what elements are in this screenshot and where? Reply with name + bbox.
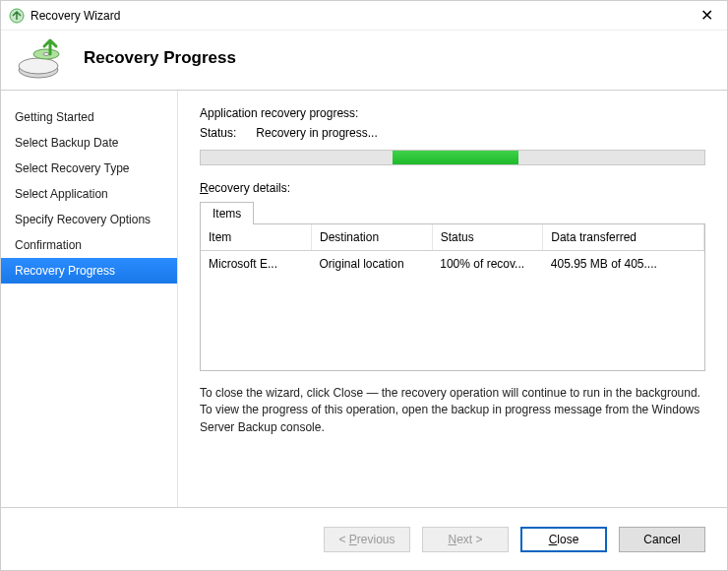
col-header-status[interactable]: Status — [432, 224, 543, 251]
progress-bar-thumb — [393, 151, 518, 164]
previous-button: < Previous — [324, 527, 410, 552]
sidebar-item-select-backup-date[interactable]: Select Backup Date — [1, 130, 177, 156]
wizard-footer: < Previous Next > Close Cancel — [1, 507, 727, 570]
table-row[interactable]: Microsoft E... Original location 100% of… — [201, 251, 704, 278]
cell-status: 100% of recov... — [432, 251, 543, 278]
wizard-header: Recovery Progress — [1, 31, 727, 90]
sidebar-item-select-application[interactable]: Select Application — [1, 181, 177, 207]
recovery-wizard-window: Recovery Wizard ✕ Recovery Progress Gett… — [0, 0, 728, 571]
sidebar-item-recovery-progress[interactable]: Recovery Progress — [1, 258, 177, 284]
col-header-destination[interactable]: Destination — [312, 224, 433, 251]
col-header-data-transferred[interactable]: Data transferred — [543, 224, 704, 251]
wizard-content: Application recovery progress: Status: R… — [178, 91, 727, 507]
close-button[interactable]: Close — [520, 527, 607, 552]
progress-label: Application recovery progress: — [200, 106, 705, 120]
window-title: Recovery Wizard — [30, 9, 694, 23]
cell-item: Microsoft E... — [201, 251, 312, 278]
details-tabstrip: Items — [200, 201, 705, 223]
close-icon[interactable]: ✕ — [694, 6, 719, 25]
wizard-steps-sidebar: Getting Started Select Backup Date Selec… — [1, 91, 178, 507]
svg-point-4 — [43, 53, 49, 56]
recovery-details-label: Recovery details: — [200, 181, 705, 195]
wizard-body: Getting Started Select Backup Date Selec… — [1, 91, 727, 507]
cell-destination: Original location — [312, 251, 433, 278]
svg-point-2 — [19, 58, 58, 74]
titlebar: Recovery Wizard ✕ — [1, 1, 727, 31]
status-label: Status: — [200, 126, 236, 140]
cell-data-transferred: 405.95 MB of 405.... — [543, 251, 704, 278]
cancel-button[interactable]: Cancel — [619, 527, 705, 552]
recovery-wizard-icon — [9, 8, 25, 24]
sidebar-item-specify-recovery-options[interactable]: Specify Recovery Options — [1, 207, 177, 232]
tab-items[interactable]: Items — [200, 202, 254, 224]
col-header-item[interactable]: Item — [201, 224, 312, 251]
sidebar-item-select-recovery-type[interactable]: Select Recovery Type — [1, 156, 177, 181]
progress-bar — [200, 150, 705, 165]
status-row: Status: Recovery in progress... — [200, 126, 705, 140]
next-button: Next > — [422, 527, 509, 552]
sidebar-item-getting-started[interactable]: Getting Started — [1, 104, 177, 130]
page-title: Recovery Progress — [84, 48, 236, 68]
recovery-items-table: Item Destination Status Data transferred… — [200, 223, 705, 371]
sidebar-item-confirmation[interactable]: Confirmation — [1, 232, 177, 258]
table-header-row: Item Destination Status Data transferred — [201, 224, 704, 251]
help-text: To close the wizard, click Close — the r… — [200, 385, 705, 436]
recovery-header-icon — [17, 36, 68, 80]
status-value: Recovery in progress... — [256, 126, 377, 140]
